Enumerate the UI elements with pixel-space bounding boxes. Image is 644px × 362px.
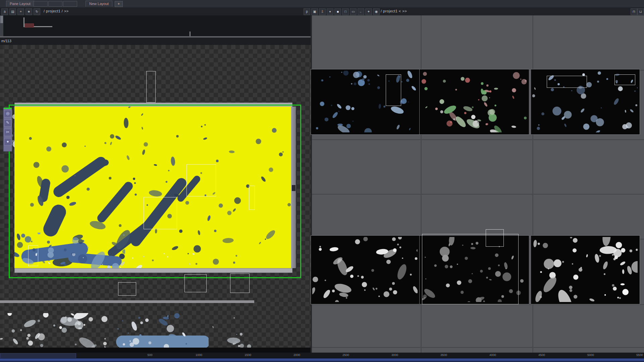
panel-scrollbar-handle[interactable] xyxy=(0,16,3,23)
tab-new-layout[interactable]: New Layout xyxy=(86,1,112,7)
smear-tool-icon[interactable]: ● xyxy=(4,138,11,145)
record-button[interactable]: ◉ xyxy=(373,8,380,15)
empty-layout-tab[interactable] xyxy=(63,1,77,7)
dropdown-button[interactable]: ▾ xyxy=(327,8,333,15)
splatter-art xyxy=(421,237,527,302)
viewer-wireframe-overlays xyxy=(0,45,311,353)
timeline-tick-label: 500 xyxy=(147,353,152,357)
divider-notch xyxy=(190,32,191,36)
favorite-button[interactable]: ★ xyxy=(25,8,32,15)
timeline-bar: 5001000150020002500300035004000450050005… xyxy=(0,353,644,362)
select-tool-icon[interactable]: ◎ xyxy=(4,110,11,117)
node-thumb-steel[interactable] xyxy=(531,69,640,135)
download-button[interactable]: ⇩ xyxy=(319,8,326,15)
curve-editor-panel xyxy=(3,15,311,36)
back-button[interactable]: ← xyxy=(358,8,364,15)
clone-tool-icon[interactable]: ✂ xyxy=(4,129,11,136)
add-node-button[interactable]: + xyxy=(17,8,24,15)
splatter-art xyxy=(532,237,638,302)
empty-layout-tab[interactable] xyxy=(48,1,62,7)
timeline-ruler[interactable]: 5001000150020002500300035004000450050005… xyxy=(0,353,644,358)
pointer-tool-button[interactable]: a xyxy=(1,8,8,15)
frame-info-label: m/113 xyxy=(1,39,11,43)
main-toolbar: a▤+★↻ / project1 / >> p▣⇩▾■□▭←✦◉ / proje… xyxy=(0,7,644,16)
proxy-button[interactable]: p xyxy=(304,8,310,15)
roto-toolbar: ◎✎✂● xyxy=(3,108,12,152)
timeline-tick-label: 2000 xyxy=(293,353,300,357)
grid-line xyxy=(312,347,644,348)
empty-layout-tab[interactable] xyxy=(34,1,48,7)
layout-grid-button[interactable]: ▤ xyxy=(9,8,16,15)
viewer-bottom-groove xyxy=(0,348,311,353)
stop-render-button[interactable]: ■ xyxy=(334,8,341,15)
dock-bottom-button[interactable]: ⊔ xyxy=(637,8,644,15)
layout-tab-bar: Pane Layout New Layout + xyxy=(0,0,644,8)
grid-line xyxy=(312,194,644,195)
node-thumb-blue[interactable] xyxy=(311,69,420,135)
compositing-app-window: Pane Layout New Layout + a▤+★↻ / project… xyxy=(0,0,644,362)
timeline-tick-label: 3000 xyxy=(391,353,398,357)
timeline-tick-label: 1000 xyxy=(196,353,202,357)
node-thumb-matte-1[interactable] xyxy=(311,235,420,304)
wide-frame-button[interactable]: ▭ xyxy=(350,8,357,15)
splatter-art xyxy=(312,237,418,302)
roto-toolbar-green-edge xyxy=(4,108,12,109)
timeline-tick-label: 1500 xyxy=(245,353,251,357)
splatter-art xyxy=(312,71,418,132)
selected-node-marker[interactable] xyxy=(24,23,34,27)
node-thumb-multicolor[interactable] xyxy=(419,69,529,135)
timeline-tick-label: 5000 xyxy=(587,353,594,357)
panel-scrollbar[interactable] xyxy=(0,15,3,38)
add-layout-button[interactable]: + xyxy=(115,1,123,7)
viewer-info-strip: m/113 xyxy=(0,38,311,45)
timeline-tick-label: 4500 xyxy=(538,353,545,357)
grid-line xyxy=(312,139,644,140)
node-graph-path-right[interactable]: / project1 < >> xyxy=(381,9,407,13)
node-graph-path-left[interactable]: / project1 / >> xyxy=(44,9,69,13)
timeline-tick-label: 2500 xyxy=(342,353,349,357)
star-tool-button[interactable]: ✦ xyxy=(365,8,372,15)
viewer-canvas[interactable]: ◎✎✂● xyxy=(0,45,311,353)
timeline-tick-label: 3500 xyxy=(440,353,447,357)
dock-top-button[interactable]: ⊓ xyxy=(631,8,637,15)
empty-frame-button[interactable]: □ xyxy=(342,8,349,15)
node-thumb-matte-2[interactable] xyxy=(419,235,529,304)
refresh-button[interactable]: ↻ xyxy=(34,8,40,15)
splatter-art xyxy=(532,71,638,132)
timeline-cache-block[interactable] xyxy=(0,353,76,358)
tab-pane-layout[interactable]: Pane Layout xyxy=(6,1,34,7)
splatter-art xyxy=(421,71,527,132)
timeline-tick-label: 4000 xyxy=(489,353,496,357)
timeline-tick-label: 5500 xyxy=(636,353,643,357)
timeline-scrollbar[interactable] xyxy=(0,358,644,362)
node-thumb-matte-3[interactable] xyxy=(531,235,640,304)
frame-node-button[interactable]: ▣ xyxy=(311,8,318,15)
viewer-pane: m/113 ◎✎✂● xyxy=(0,15,311,353)
brush-tool-icon[interactable]: ✎ xyxy=(4,119,11,127)
